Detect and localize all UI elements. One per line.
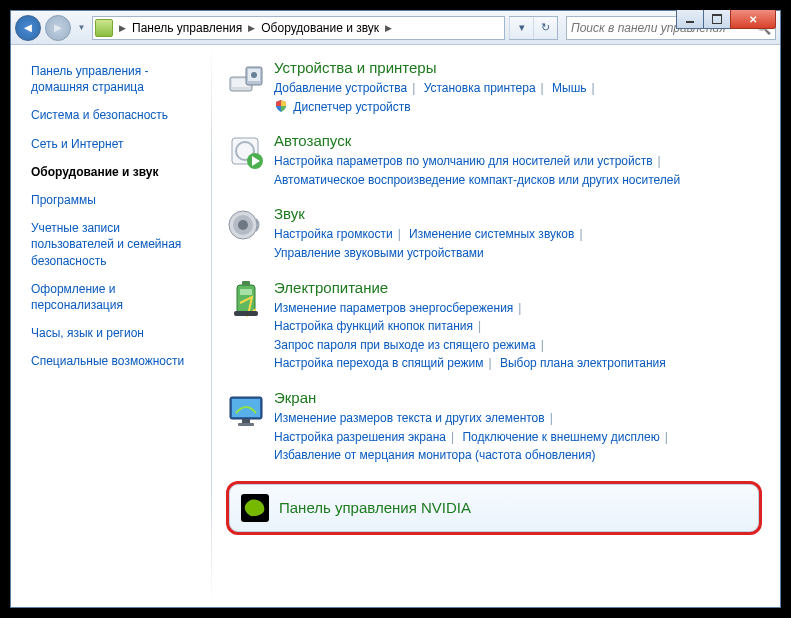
breadcrumb-current[interactable]: Оборудование и звук: [257, 21, 383, 35]
sidebar-item-appearance[interactable]: Оформление и персонализация: [31, 281, 201, 313]
link-mouse[interactable]: Мышь: [552, 81, 587, 95]
svg-point-11: [238, 220, 248, 230]
category-title-devices[interactable]: Устройства и принтеры: [274, 59, 762, 76]
link-audio-devices[interactable]: Управление звуковыми устройствами: [274, 246, 484, 260]
sidebar-item-hardware[interactable]: Оборудование и звук: [31, 164, 201, 180]
window: ◄ ► ▼ ▶ Панель управления ▶ Оборудование…: [10, 10, 781, 608]
category-title-power[interactable]: Электропитание: [274, 279, 762, 296]
sidebar: Панель управления - домашняя страница Си…: [11, 45, 211, 607]
link-add-printer[interactable]: Установка принтера: [424, 81, 536, 95]
svg-rect-13: [242, 281, 250, 286]
caption-buttons: [677, 10, 776, 29]
category-display: Экран Изменение размеров текста и других…: [226, 389, 762, 465]
display-icon: [226, 389, 266, 429]
category-links-display: Изменение размеров текста и других элеме…: [274, 409, 762, 465]
svg-point-4: [251, 72, 257, 78]
nav-history-dropdown[interactable]: ▼: [75, 15, 88, 41]
link-sleep[interactable]: Настройка перехода в спящий режим: [274, 356, 483, 370]
svg-rect-14: [240, 289, 252, 295]
category-links-devices: Добавление устройства| Установка принтер…: [274, 79, 762, 116]
link-add-device[interactable]: Добавление устройства: [274, 81, 407, 95]
body: Панель управления - домашняя страница Си…: [11, 45, 780, 607]
link-external-display[interactable]: Подключение к внешнему дисплею: [462, 430, 659, 444]
chevron-right-icon[interactable]: ▶: [383, 23, 394, 33]
category-power: Электропитание Изменение параметров энер…: [226, 279, 762, 373]
sound-icon: [226, 205, 266, 245]
category-title-nvidia[interactable]: Панель управления NVIDIA: [279, 499, 749, 516]
shield-icon: [274, 99, 288, 113]
address-bar-buttons: ▾ ↻: [509, 16, 558, 40]
link-power-plan[interactable]: Выбор плана электропитания: [500, 356, 666, 370]
refresh-button[interactable]: ↻: [533, 17, 557, 39]
dropdown-button[interactable]: ▾: [509, 17, 533, 39]
category-devices: Устройства и принтеры Добавление устройс…: [226, 59, 762, 116]
minimize-button[interactable]: [676, 10, 704, 29]
power-icon: [226, 279, 266, 319]
autoplay-icon: [226, 132, 266, 172]
link-media-defaults[interactable]: Настройка параметров по умолчанию для но…: [274, 154, 653, 168]
nvidia-icon: [239, 492, 271, 524]
sidebar-item-users[interactable]: Учетные записи пользователей и семейная …: [31, 220, 201, 269]
breadcrumb-root[interactable]: Панель управления: [128, 21, 246, 35]
maximize-button[interactable]: [703, 10, 731, 29]
category-links-autoplay: Настройка параметров по умолчанию для но…: [274, 152, 762, 189]
chevron-right-icon[interactable]: ▶: [246, 23, 257, 33]
control-panel-icon: [95, 19, 113, 37]
link-text-size[interactable]: Изменение размеров текста и других элеме…: [274, 411, 545, 425]
category-title-sound[interactable]: Звук: [274, 205, 762, 222]
category-links-sound: Настройка громкости| Изменение системных…: [274, 225, 762, 262]
category-title-display[interactable]: Экран: [274, 389, 762, 406]
category-sound: Звук Настройка громкости| Изменение сист…: [226, 205, 762, 262]
sidebar-item-clock[interactable]: Часы, язык и регион: [31, 325, 201, 341]
category-title-autoplay[interactable]: Автозапуск: [274, 132, 762, 149]
nvidia-highlight[interactable]: Панель управления NVIDIA: [226, 481, 762, 535]
sidebar-item-network[interactable]: Сеть и Интернет: [31, 136, 201, 152]
sidebar-item-home[interactable]: Панель управления - домашняя страница: [31, 63, 201, 95]
svg-rect-18: [242, 419, 250, 423]
link-resolution[interactable]: Настройка разрешения экрана: [274, 430, 446, 444]
sidebar-item-programs[interactable]: Программы: [31, 192, 201, 208]
toolbar: ◄ ► ▼ ▶ Панель управления ▶ Оборудование…: [11, 11, 780, 45]
link-cd-autoplay[interactable]: Автоматическое воспроизведение компакт-д…: [274, 173, 680, 187]
sidebar-item-ease[interactable]: Специальные возможности: [31, 353, 201, 369]
link-power-buttons[interactable]: Настройка функций кнопок питания: [274, 319, 473, 333]
svg-rect-15: [234, 311, 258, 316]
link-system-sounds[interactable]: Изменение системных звуков: [409, 227, 574, 241]
back-button[interactable]: ◄: [15, 15, 41, 41]
svg-rect-19: [238, 423, 254, 426]
link-power-save[interactable]: Изменение параметров энергосбережения: [274, 301, 513, 315]
forward-button[interactable]: ►: [45, 15, 71, 41]
link-volume[interactable]: Настройка громкости: [274, 227, 393, 241]
close-button[interactable]: [730, 10, 776, 29]
category-autoplay: Автозапуск Настройка параметров по умолч…: [226, 132, 762, 189]
address-bar[interactable]: ▶ Панель управления ▶ Оборудование и зву…: [92, 16, 505, 40]
category-links-power: Изменение параметров энергосбережения| Н…: [274, 299, 762, 373]
sidebar-item-system[interactable]: Система и безопасность: [31, 107, 201, 123]
chevron-right-icon[interactable]: ▶: [117, 23, 128, 33]
devices-icon: [226, 59, 266, 99]
link-refresh-rate[interactable]: Избавление от мерцания монитора (частота…: [274, 448, 595, 462]
link-device-manager[interactable]: Диспетчер устройств: [293, 100, 410, 114]
link-wake-password[interactable]: Запрос пароля при выходе из спящего режи…: [274, 338, 536, 352]
content-area: Устройства и принтеры Добавление устройс…: [212, 45, 780, 607]
